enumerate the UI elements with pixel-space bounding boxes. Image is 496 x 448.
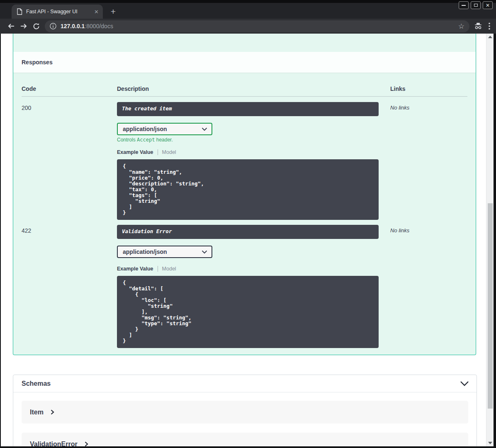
schemas-header[interactable]: Schemas <box>13 375 477 392</box>
tab-close-icon[interactable]: ✕ <box>94 9 99 15</box>
tab-example-value[interactable]: Example Value <box>117 149 153 155</box>
controls-accept-note: Controls Accept header. <box>117 137 390 143</box>
url-text: 127.0.0.1:8000/docs <box>61 23 113 29</box>
response-code: 200 <box>22 102 117 220</box>
media-type-select-200[interactable]: application/json <box>117 123 212 135</box>
url-host: 127.0.0.1 <box>61 23 85 29</box>
three-dot-menu-icon <box>489 22 490 30</box>
url-bar[interactable]: 127.0.0.1:8000/docs ☆ <box>45 20 469 32</box>
column-header-links: Links <box>390 85 467 92</box>
chevron-down-icon[interactable] <box>460 381 469 387</box>
responses-section-header: Responses <box>13 52 476 73</box>
media-type-value: application/json <box>123 126 202 132</box>
schema-name: Item <box>30 409 44 416</box>
forward-button[interactable] <box>17 20 30 32</box>
schemas-title: Schemas <box>22 380 51 387</box>
minimize-icon <box>462 5 466 6</box>
back-arrow-icon <box>7 23 15 29</box>
opblock-spacer <box>13 34 476 52</box>
browser-menu-button[interactable] <box>489 22 490 30</box>
back-button[interactable] <box>5 20 17 32</box>
reload-icon <box>33 23 40 30</box>
schemas-section: Schemas Item ValidationError <box>13 375 477 446</box>
browser-tab[interactable]: Fast API - Swagger UI ✕ <box>12 5 103 19</box>
response-description-box: The created item <box>117 102 379 116</box>
column-header-code: Code <box>22 85 117 92</box>
chevron-right-icon <box>51 409 54 415</box>
responses-title: Responses <box>22 59 53 66</box>
media-type-value: application/json <box>123 248 202 255</box>
scrollbar-up-arrow[interactable] <box>486 34 494 40</box>
close-icon: ✕ <box>486 3 490 8</box>
window-frame-edge <box>0 0 496 3</box>
tab-title: Fast API - Swagger UI <box>26 9 91 15</box>
forward-arrow-icon <box>20 23 27 29</box>
opblock-responses: Responses Code Description Links 200 The… <box>13 34 476 355</box>
scrollbar-down-arrow[interactable] <box>486 440 494 446</box>
response-description-cell: Validation Error application/json Exampl… <box>117 225 390 348</box>
url-path: :8000/docs <box>85 23 113 29</box>
site-info-icon[interactable] <box>50 23 56 29</box>
tab-divider <box>158 149 158 155</box>
schema-name: ValidationError <box>30 441 78 447</box>
chevron-down-icon <box>202 127 207 131</box>
tab-example-value[interactable]: Example Value <box>117 266 153 272</box>
window-titlebar: Fast API - Swagger UI ✕ + ✕ <box>0 0 496 19</box>
response-links: No links <box>390 102 467 220</box>
incognito-icon <box>474 22 483 30</box>
schemas-body: Item ValidationError <box>13 392 477 446</box>
reload-button[interactable] <box>30 20 42 32</box>
page-viewport: Responses Code Description Links 200 The… <box>1 34 494 446</box>
responses-table: Code Description Links 200 The created i… <box>13 73 476 348</box>
response-code: 422 <box>22 225 117 348</box>
document-icon <box>17 8 22 15</box>
maximize-button[interactable] <box>471 1 481 9</box>
chevron-down-icon <box>202 250 207 254</box>
example-model-tabs: Example Value Model <box>117 149 390 155</box>
media-type-select-422[interactable]: application/json <box>117 246 212 258</box>
bookmark-star-icon[interactable]: ☆ <box>458 23 464 30</box>
tab-model[interactable]: Model <box>162 266 176 272</box>
page-scrollbar[interactable] <box>486 34 494 446</box>
toolbar-right <box>474 22 490 30</box>
example-json-block-200: { "name": "string", "price": 0, "descrip… <box>117 159 379 220</box>
minimize-button[interactable] <box>459 1 469 9</box>
note-accept: Accept <box>137 137 155 143</box>
response-description-box: Validation Error <box>117 225 379 239</box>
maximize-icon <box>474 4 478 7</box>
example-model-tabs: Example Value Model <box>117 265 390 272</box>
column-header-description: Description <box>117 85 390 92</box>
browser-toolbar: 127.0.0.1:8000/docs ☆ <box>0 19 496 34</box>
response-row-422: 422 Validation Error application/json Ex… <box>22 220 467 348</box>
chevron-right-icon <box>85 441 88 446</box>
note-text-2: header. <box>155 137 173 143</box>
triangle-up-icon <box>488 36 492 38</box>
schema-item-card[interactable]: Item <box>22 401 468 424</box>
note-text: Controls <box>117 137 137 143</box>
example-json-code: { "detail": [ { "loc": [ "string" ], "ms… <box>123 280 373 344</box>
response-description-cell: The created item application/json Contro… <box>117 102 390 220</box>
tab-model[interactable]: Model <box>162 149 176 155</box>
response-row-200: 200 The created item application/json Co… <box>22 97 467 220</box>
response-links: No links <box>390 225 467 348</box>
window-controls: ✕ <box>459 1 493 9</box>
example-json-code: { "name": "string", "price": 0, "descrip… <box>123 163 373 216</box>
example-json-block-422: { "detail": [ { "loc": [ "string" ], "ms… <box>117 276 379 348</box>
tab-divider <box>158 266 158 272</box>
close-button[interactable]: ✕ <box>483 1 493 9</box>
scrollbar-thumb[interactable] <box>488 203 493 409</box>
new-tab-button[interactable]: + <box>108 6 119 17</box>
swagger-page: Responses Code Description Links 200 The… <box>1 34 486 446</box>
responses-table-header: Code Description Links <box>22 81 467 97</box>
triangle-down-icon <box>488 442 492 444</box>
schema-validationerror-card[interactable]: ValidationError <box>22 433 468 446</box>
